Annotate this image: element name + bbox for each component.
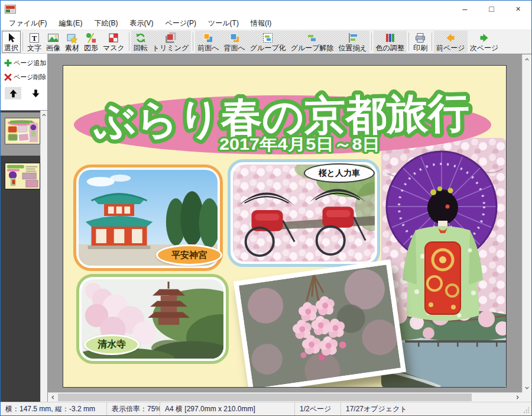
status-page-indicator: 1/2ページ [295, 402, 341, 415]
scroll-up-icon[interactable] [41, 112, 47, 118]
menu-info[interactable]: 情報(I) [245, 17, 277, 30]
up-arrow-icon [9, 89, 17, 98]
photo-sakura-rickshaw[interactable]: 桜と人力車 [228, 159, 380, 267]
toolbar-send-back-button[interactable]: 背面へ [222, 31, 248, 53]
page-thumbnail-1[interactable] [5, 118, 40, 144]
page-thumbnail-panel [1, 110, 47, 402]
scroll-down-button[interactable] [523, 383, 532, 392]
toolbar-next-page-button[interactable]: 次ページ [468, 31, 501, 53]
toolbar-separator [371, 33, 372, 51]
photo-album-app-icon [5, 5, 16, 14]
status-zoom-level: 表示倍率：75% [107, 402, 160, 415]
toolbar-send-back-label: 背面へ [224, 44, 245, 52]
horizontal-scroll-thumb[interactable] [58, 394, 472, 401]
toolbar-image-label: 画像 [46, 44, 60, 52]
toolbar-group-button[interactable]: グループ化 [248, 31, 288, 53]
status-cursor-position: 横：147.5 mm, 縦：-3.2 mm [1, 402, 107, 415]
toolbar-group-label: グループ化 [250, 44, 286, 52]
chevron-left-icon [50, 395, 56, 400]
scrollbar-corner [522, 392, 531, 402]
toolbar-material-button[interactable]: 素材 [63, 31, 82, 53]
mask-tool-icon [108, 32, 119, 44]
toolbar-ungroup-button[interactable]: グループ解除 [288, 31, 336, 53]
kiyomizu-label-text: 清水寺 [98, 338, 126, 351]
maximize-button[interactable]: □ [478, 1, 505, 17]
titlebar: – □ × [1, 1, 531, 17]
text-tool-icon: T [28, 32, 40, 44]
blossom-closeup-art [239, 265, 401, 388]
toolbar-print-label: 印刷 [413, 44, 427, 52]
toolbar-separator [129, 33, 129, 51]
add-page-button[interactable]: ページ追加 [4, 59, 46, 67]
toolbar-text-label: 文字 [27, 44, 41, 52]
page-commands: ページ追加 ページ削除 [1, 54, 47, 110]
toolbar-image-button[interactable]: 画像 [44, 31, 63, 53]
rotate-icon [135, 32, 147, 44]
status-object-indicator: 17/27オブジェクト [341, 402, 522, 415]
status-paper-size: A4 横 [297.0mm x 210.0mm] [160, 402, 295, 415]
toolbar-rotate-label: 回転 [134, 44, 148, 52]
scroll-up-button[interactable] [523, 54, 532, 64]
canvas-horizontal-scrollbar[interactable] [48, 392, 522, 402]
canvas-vertical-scrollbar[interactable] [522, 54, 531, 392]
poster-title-art[interactable]: ぶらり春の京都旅行 2017年4月5日～8日 [81, 76, 489, 156]
page-canvas[interactable]: ぶらり春の京都旅行 2017年4月5日～8日 [63, 65, 507, 388]
ungroup-icon [306, 32, 318, 44]
menu-background[interactable]: 下絵(B) [88, 17, 124, 30]
page-thumbnail-2[interactable] [5, 163, 40, 189]
toolbar-color-adjust-button[interactable]: 色の調整 [374, 31, 407, 53]
photo-heian-shrine[interactable]: 平安神宮 [73, 165, 223, 271]
photo-kiyomizu-temple[interactable]: 清水寺 [76, 274, 229, 364]
toolbar-select-button[interactable]: 選択 [2, 31, 21, 53]
minimize-button[interactable]: – [452, 1, 478, 17]
scroll-left-button[interactable] [48, 393, 57, 402]
toolbar-crop-label: トリミング [153, 44, 189, 52]
page-2-preview [5, 163, 40, 189]
image-tool-icon [47, 32, 59, 44]
close-button[interactable]: × [505, 1, 531, 17]
toolbar-rotate-button[interactable]: 回転 [131, 31, 150, 53]
move-page-down-button[interactable] [27, 87, 44, 99]
send-to-back-icon [229, 32, 241, 44]
window-resize-grip[interactable] [522, 402, 531, 415]
toolbar-align-button[interactable]: 位置揃え [336, 31, 369, 53]
toolbar: 選択 T 文字 画像 素材 図形 [1, 30, 531, 54]
move-page-up-button[interactable] [5, 87, 21, 99]
app-icon[interactable] [5, 5, 16, 14]
toolbar-mask-button[interactable]: マスク [100, 31, 127, 53]
kiyomizu-label[interactable]: 清水寺 [84, 334, 140, 355]
chevron-right-icon [515, 395, 520, 400]
rickshaw-label[interactable]: 桜と人力車 [304, 163, 375, 183]
toolbar-crop-button[interactable]: トリミング [150, 31, 191, 53]
toolbar-separator [193, 33, 193, 51]
toolbar-separator [408, 33, 409, 51]
menu-file[interactable]: ファイル(F) [3, 17, 53, 30]
delete-page-button[interactable]: ページ削除 [4, 73, 46, 82]
thumbnail-scrollbar[interactable] [40, 111, 47, 402]
heian-shrine-label[interactable]: 平安神宮 [156, 244, 222, 266]
app-window: – □ × ファイル(F) 編集(E) 下絵(B) 表示(V) ページ(P) ツ… [0, 0, 532, 416]
toolbar-bring-front-button[interactable]: 前面へ [195, 31, 221, 53]
red-x-icon [4, 73, 12, 81]
statusbar: 横：147.5 mm, 縦：-3.2 mm 表示倍率：75% A4 横 [297… [1, 402, 531, 415]
toolbar-text-button[interactable]: T 文字 [25, 31, 44, 53]
menu-edit[interactable]: 編集(E) [53, 17, 88, 30]
toolbar-print-button[interactable]: 印刷 [411, 31, 430, 53]
toolbar-prev-page-button[interactable]: 前ページ [434, 31, 468, 53]
menu-tools[interactable]: ツール(T) [202, 17, 245, 30]
shrine-gate [86, 193, 153, 249]
poster-date-text: 2017年4月5日～8日 [219, 136, 380, 153]
toolbar-prev-page-label: 前ページ [436, 44, 465, 52]
green-plus-icon [4, 59, 12, 67]
menubar: ファイル(F) 編集(E) 下絵(B) 表示(V) ページ(P) ツール(T) … [1, 17, 531, 30]
menu-page[interactable]: ページ(P) [159, 17, 202, 30]
photo-blossom-closeup[interactable] [233, 259, 406, 388]
toolbar-color-adjust-label: 色の調整 [376, 44, 404, 52]
toolbar-shape-button[interactable]: 図形 [82, 31, 100, 53]
menu-view[interactable]: 表示(V) [124, 17, 159, 30]
page-move-buttons [4, 87, 46, 99]
scroll-right-button[interactable] [512, 393, 522, 402]
toolbar-select-label: 選択 [4, 44, 18, 52]
next-page-arrow-icon [478, 32, 490, 44]
chevron-up-icon [524, 57, 530, 62]
